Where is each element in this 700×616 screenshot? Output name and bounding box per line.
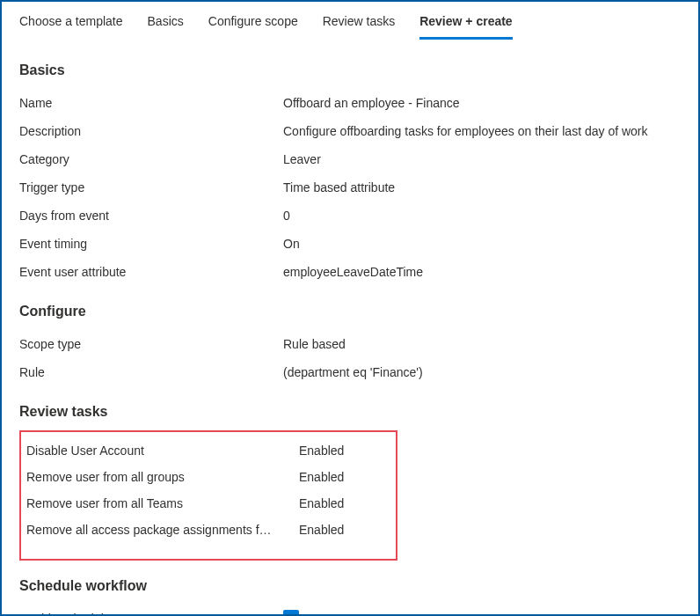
section-heading-review-tasks: Review tasks [19,404,681,420]
label-description: Description [19,122,283,140]
tab-basics[interactable]: Basics [148,14,184,40]
section-heading-schedule: Schedule workflow [19,578,681,594]
task-row: Remove user from all groups Enabled [26,464,389,490]
label-event-user-attribute: Event user attribute [19,263,283,281]
label-rule: Rule [19,363,283,381]
value-name: Offboard an employee - Finance [283,94,460,112]
value-trigger-type: Time based attribute [283,179,395,196]
task-label: Remove user from all Teams [26,495,299,512]
task-status: Enabled [299,495,344,512]
tab-review-tasks[interactable]: Review tasks [323,14,395,40]
task-status: Enabled [299,468,344,486]
wizard-tabs: Choose a template Basics Configure scope… [2,2,698,40]
task-status: Enabled [299,521,344,539]
task-label: Remove user from all groups [26,468,299,486]
field-enable-schedule: Enable schedule [19,605,681,616]
value-rule: (department eq 'Finance') [283,363,423,381]
value-event-user-attribute: employeeLeaveDateTime [283,263,423,281]
field-rule: Rule (department eq 'Finance') [19,358,681,386]
value-days-from-event: 0 [283,207,290,224]
tab-choose-template[interactable]: Choose a template [19,14,123,40]
tab-configure-scope[interactable]: Configure scope [208,14,298,40]
task-status: Enabled [299,442,344,459]
label-event-timing: Event timing [19,235,283,253]
field-description: Description Configure offboarding tasks … [19,117,681,145]
field-event-timing: Event timing On [19,230,681,258]
tab-review-create[interactable]: Review + create [419,14,512,40]
task-row: Remove user from all Teams Enabled [26,490,389,517]
label-days-from-event: Days from event [19,207,283,224]
section-heading-configure: Configure [19,304,681,319]
field-name: Name Offboard an employee - Finance [19,89,681,117]
checkbox-enable-schedule[interactable] [283,610,299,616]
field-trigger-type: Trigger type Time based attribute [19,173,681,202]
value-description: Configure offboarding tasks for employee… [283,122,648,140]
field-scope-type: Scope type Rule based [19,330,681,358]
review-tasks-highlight: Disable User Account Enabled Remove user… [19,430,397,561]
task-row: Remove all access package assignments f…… [26,517,389,543]
label-enable-schedule: Enable schedule [19,612,283,617]
review-create-content: Basics Name Offboard an employee - Finan… [2,40,698,616]
task-row: Disable User Account Enabled [26,437,389,464]
value-event-timing: On [283,235,300,253]
value-category: Leaver [283,150,321,168]
checkmark-icon [285,612,297,616]
label-trigger-type: Trigger type [19,179,283,196]
field-event-user-attribute: Event user attribute employeeLeaveDateTi… [19,258,681,286]
task-label: Disable User Account [26,442,299,459]
value-scope-type: Rule based [283,335,346,353]
field-days-from-event: Days from event 0 [19,202,681,230]
label-category: Category [19,150,283,168]
section-heading-basics: Basics [19,62,681,78]
field-category: Category Leaver [19,145,681,173]
task-label: Remove all access package assignments f… [26,521,299,539]
label-name: Name [19,94,283,112]
label-scope-type: Scope type [19,335,283,353]
